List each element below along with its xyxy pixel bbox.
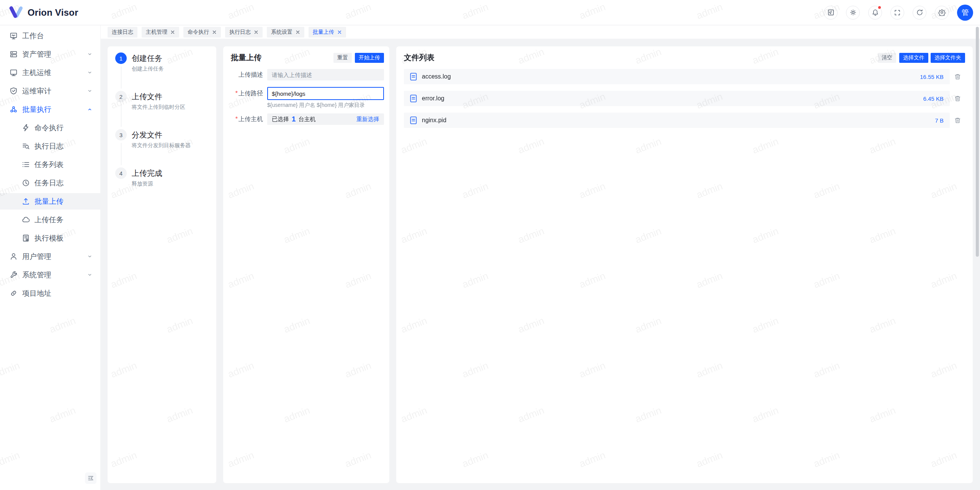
step-title: 分发文件 <box>132 129 191 141</box>
close-icon[interactable] <box>170 30 175 34</box>
sidebar-item-task-list[interactable]: 任务列表 <box>0 156 100 173</box>
lightning-icon <box>22 124 30 132</box>
link-icon <box>10 289 18 297</box>
upload-path-help: ${username} 用户名 ${home} 用户家目录 <box>267 102 384 113</box>
sidebar-item-workbench[interactable]: 工作台 <box>0 28 100 44</box>
step-title: 上传文件 <box>132 91 185 102</box>
upload-path-input[interactable] <box>267 87 384 100</box>
start-upload-button[interactable]: 开始上传 <box>355 53 384 63</box>
sidebar-item-batch-upload[interactable]: 批量上传 <box>0 193 100 210</box>
upload-path-label: *上传路径 <box>231 90 263 98</box>
settings-button[interactable] <box>935 6 949 20</box>
workbench-icon <box>10 32 18 40</box>
sidebar-item-label: 项目地址 <box>22 288 93 298</box>
user-avatar[interactable]: 管 <box>957 5 973 21</box>
delete-file-button[interactable] <box>950 95 965 102</box>
file-item: access.log 16.55 KB <box>404 69 950 84</box>
cloud-icon <box>22 216 30 224</box>
sidebar-item-label: 上传任务 <box>34 215 93 225</box>
theme-toggle-button[interactable] <box>846 6 860 20</box>
scrollbar-thumb[interactable] <box>976 27 979 257</box>
tab-label: 连接日志 <box>112 29 133 36</box>
step-number: 2 <box>115 91 127 102</box>
nodes-icon <box>10 105 18 113</box>
tab-bar: 连接日志 主机管理 命令执行 执行日志 系统设置 批量上传 <box>101 25 980 39</box>
main-panels: 1 创建任务 创建上传任务 2 上传文件 将文件上传到临时分区 3 <box>101 39 980 490</box>
file-name: nginx.pid <box>422 117 446 124</box>
server-icon <box>10 50 18 58</box>
tab-host-mgmt[interactable]: 主机管理 <box>142 27 179 38</box>
sidebar-item-audit[interactable]: 运维审计 <box>0 83 100 99</box>
file-name: error.log <box>422 95 444 102</box>
clock-icon <box>22 179 30 187</box>
file-size: 7 B <box>935 117 944 124</box>
sidebar-item-label: 主机运维 <box>22 68 87 78</box>
tab-cmd-exec[interactable]: 命令执行 <box>183 27 221 38</box>
close-icon[interactable] <box>254 30 258 34</box>
tab-label: 系统设置 <box>271 29 292 36</box>
refresh-button[interactable] <box>913 6 926 20</box>
chevron-down-icon <box>87 51 93 57</box>
shield-check-icon <box>10 87 18 95</box>
sidebar-item-label: 系统管理 <box>22 270 87 280</box>
upload-icon <box>22 197 30 205</box>
delete-file-button[interactable] <box>950 73 965 80</box>
close-icon[interactable] <box>337 30 342 34</box>
sidebar-item-batch-exec[interactable]: 批量执行 <box>0 101 100 118</box>
sidebar-item-exec-log[interactable]: 执行日志 <box>0 138 100 154</box>
tab-exec-log[interactable]: 执行日志 <box>225 27 263 38</box>
file-row: nginx.pid 7 B <box>404 113 965 128</box>
sidebar-item-user-mgmt[interactable]: 用户管理 <box>0 248 100 265</box>
select-folder-button[interactable]: 选择文件夹 <box>931 53 965 63</box>
select-file-button[interactable]: 选择文件 <box>899 53 928 63</box>
delete-file-button[interactable] <box>950 117 965 124</box>
list-icon <box>22 161 30 169</box>
notifications-button[interactable] <box>868 6 882 20</box>
step-title: 上传完成 <box>132 167 162 179</box>
upload-desc-input[interactable] <box>267 69 384 80</box>
tab-batch-upload[interactable]: 批量上传 <box>309 27 346 38</box>
tab-label: 批量上传 <box>313 29 334 36</box>
upload-desc-row: 上传描述 <box>231 69 384 80</box>
tab-sys-settings[interactable]: 系统设置 <box>267 27 304 38</box>
sidebar-item-cmd-exec[interactable]: 命令执行 <box>0 120 100 136</box>
sidebar-item-project-link[interactable]: 项目地址 <box>0 285 100 302</box>
code-editor-button[interactable] <box>824 6 838 20</box>
chevron-down-icon <box>87 70 93 75</box>
sidebar-item-sys-mgmt[interactable]: 系统管理 <box>0 267 100 283</box>
sidebar-item-host-ops[interactable]: 主机运维 <box>0 64 100 81</box>
sidebar-item-exec-template[interactable]: 执行模板 <box>0 230 100 246</box>
bell-icon <box>872 9 879 16</box>
step-title: 创建任务 <box>132 52 164 64</box>
sun-icon <box>849 9 857 16</box>
required-asterisk: * <box>235 116 238 122</box>
clear-files-button[interactable]: 清空 <box>878 53 896 63</box>
step-complete: 4 上传完成 释放资源 <box>115 167 209 187</box>
topbar-actions: 管 <box>824 5 973 21</box>
step-number: 3 <box>115 129 127 141</box>
step-desc: 将文件分发到目标服务器 <box>132 142 191 149</box>
upload-path-row: *上传路径 <box>231 87 384 100</box>
upload-desc-label: 上传描述 <box>231 71 263 79</box>
sidebar-collapse-button[interactable] <box>85 472 96 484</box>
upload-host-row: *上传主机 已选择 1 台主机 重新选择 <box>231 113 384 125</box>
fullscreen-button[interactable] <box>890 6 904 20</box>
gear-icon <box>938 9 946 16</box>
close-icon[interactable] <box>212 30 217 34</box>
steps-panel: 1 创建任务 创建上传任务 2 上传文件 将文件上传到临时分区 3 <box>108 46 216 483</box>
chevron-up-icon <box>87 107 93 112</box>
tab-label: 执行日志 <box>229 29 251 36</box>
reset-button[interactable]: 重置 <box>333 53 352 63</box>
sidebar-item-upload-task[interactable]: 上传任务 <box>0 211 100 228</box>
required-asterisk: * <box>235 90 238 97</box>
sidebar-item-task-log[interactable]: 任务日志 <box>0 175 100 191</box>
chevron-down-icon <box>87 254 93 259</box>
close-icon[interactable] <box>296 30 300 34</box>
tab-connect-log[interactable]: 连接日志 <box>108 27 137 38</box>
file-item: nginx.pid 7 B <box>404 113 950 128</box>
refresh-icon <box>916 9 923 16</box>
sidebar-item-assets[interactable]: 资产管理 <box>0 46 100 62</box>
notification-dot <box>877 5 882 10</box>
reselect-hosts-link[interactable]: 重新选择 <box>356 116 379 123</box>
menu-fold-icon <box>88 475 94 481</box>
